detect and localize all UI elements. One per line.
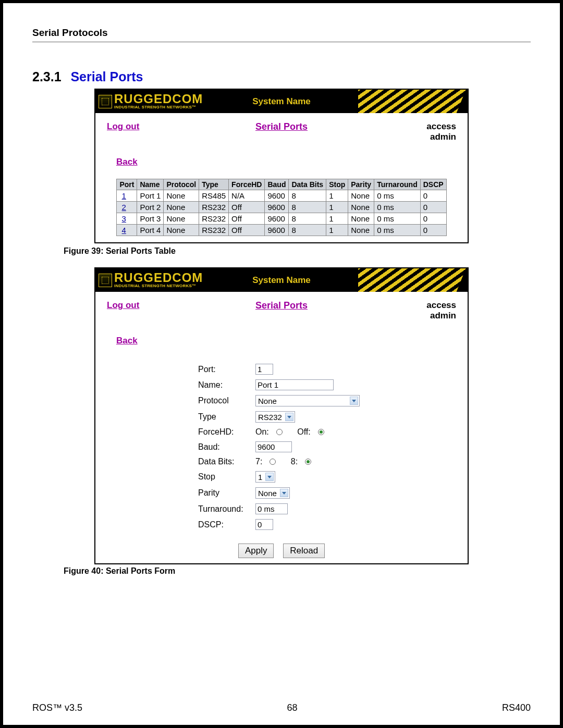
cell-data: 8	[289, 225, 326, 236]
type-value: RS232	[258, 413, 282, 422]
back-link[interactable]: Back	[116, 157, 138, 167]
logo-icon	[99, 274, 112, 287]
cell-name: Port 2	[137, 202, 164, 213]
cell-parity: None	[348, 213, 374, 225]
cell-parity: None	[348, 202, 374, 213]
parity-select[interactable]: None	[255, 487, 290, 499]
logout-link[interactable]: Log out	[107, 300, 139, 311]
cell-stop: 1	[326, 225, 348, 236]
databits-7-radio[interactable]	[270, 459, 276, 465]
cell-stop: 1	[326, 190, 348, 202]
cell-baud: 9600	[265, 202, 289, 213]
port-link[interactable]: 4	[122, 226, 126, 235]
port-link[interactable]: 2	[122, 203, 126, 212]
apply-button[interactable]: Apply	[238, 544, 274, 558]
cell-data: 8	[289, 202, 326, 213]
forcehd-on-label: On:	[255, 427, 269, 437]
th-turnaround: Turnaround	[374, 179, 421, 190]
cell-name: Port 1	[137, 190, 164, 202]
page-title-link[interactable]: Serial Ports	[255, 300, 308, 311]
cell-type: RS232	[199, 202, 229, 213]
th-stop: Stop	[326, 179, 348, 190]
type-select[interactable]: RS232	[255, 411, 295, 423]
cell-data: 8	[289, 213, 326, 225]
th-name: Name	[137, 179, 164, 190]
th-forcehd: ForceHD	[229, 179, 265, 190]
access-role: admin	[430, 311, 456, 320]
cell-baud: 9600	[265, 225, 289, 236]
th-baud: Baud	[265, 179, 289, 190]
turnaround-label: Turnaround:	[198, 504, 255, 514]
chevron-down-icon	[265, 473, 274, 481]
back-link[interactable]: Back	[116, 336, 138, 346]
logout-link[interactable]: Log out	[107, 121, 139, 132]
divider	[32, 42, 531, 42]
cell-turn: 0 ms	[374, 213, 421, 225]
cell-forcehd: N/A	[229, 190, 265, 202]
th-port: Port	[117, 179, 137, 190]
cell-turn: 0 ms	[374, 225, 421, 236]
forcehd-off-radio[interactable]	[318, 429, 324, 435]
port-input[interactable]	[255, 364, 273, 375]
cell-forcehd: Off	[229, 225, 265, 236]
brand-name: RUGGEDCOM	[114, 92, 203, 106]
header-hatch	[358, 90, 468, 113]
serial-ports-table: Port Name Protocol Type ForceHD Baud Dat…	[116, 179, 446, 236]
access-label: access	[426, 300, 456, 310]
cell-turn: 0 ms	[374, 202, 421, 213]
cell-type: RS232	[199, 213, 229, 225]
port-label: Port:	[198, 365, 255, 374]
heading-title: Serial Ports	[70, 69, 143, 84]
stop-value: 1	[258, 473, 262, 482]
cell-dscp: 0	[420, 225, 446, 236]
forcehd-off-label: Off:	[297, 427, 311, 437]
databits-7-label: 7:	[255, 457, 262, 466]
baud-input[interactable]	[255, 441, 292, 452]
cell-stop: 1	[326, 202, 348, 213]
cell-dscp: 0	[420, 202, 446, 213]
forcehd-label: ForceHD:	[198, 427, 255, 437]
baud-label: Baud:	[198, 442, 255, 452]
stop-select[interactable]: 1	[255, 471, 275, 483]
access-label: access	[426, 121, 456, 131]
port-link[interactable]: 1	[122, 191, 126, 200]
cell-parity: None	[348, 225, 374, 236]
protocol-select[interactable]: None	[255, 395, 360, 406]
name-input[interactable]	[255, 379, 334, 390]
cell-forcehd: Off	[229, 213, 265, 225]
databits-label: Data Bits:	[198, 457, 255, 466]
panel-header: RUGGEDCOM INDUSTRIAL STRENGTH NETWORKS™ …	[95, 268, 468, 292]
th-data-bits: Data Bits	[289, 179, 326, 190]
brand-tagline: INDUSTRIAL STRENGTH NETWORKS™	[114, 283, 203, 288]
cell-dscp: 0	[420, 213, 446, 225]
th-protocol: Protocol	[164, 179, 199, 190]
footer-right: RS400	[502, 702, 531, 713]
header-hatch	[358, 268, 468, 292]
reload-button[interactable]: Reload	[283, 544, 325, 558]
page-title-link[interactable]: Serial Ports	[255, 121, 308, 132]
th-dscp: DSCP	[420, 179, 446, 190]
brand-name: RUGGEDCOM	[114, 270, 203, 285]
cell-stop: 1	[326, 213, 348, 225]
cell-dscp: 0	[420, 190, 446, 202]
turnaround-input[interactable]	[255, 503, 288, 514]
dscp-input[interactable]	[255, 519, 273, 530]
panel-header: RUGGEDCOM INDUSTRIAL STRENGTH NETWORKS™ …	[95, 90, 468, 113]
name-label: Name:	[198, 380, 255, 390]
databits-8-radio[interactable]	[305, 459, 311, 465]
cell-name: Port 3	[137, 213, 164, 225]
cell-type: RS485	[199, 190, 229, 202]
footer-left: ROS™ v3.5	[32, 702, 82, 713]
protocol-label: Protocol	[198, 396, 255, 405]
cell-port: 2	[117, 202, 137, 213]
parity-value: None	[258, 489, 277, 498]
figure-caption-1: Figure 39: Serial Ports Table	[64, 246, 531, 256]
stop-label: Stop	[198, 472, 255, 482]
cell-type: RS232	[199, 225, 229, 236]
cell-turn: 0 ms	[374, 190, 421, 202]
port-link[interactable]: 3	[122, 214, 126, 223]
th-parity: Parity	[348, 179, 374, 190]
footer-center: 68	[287, 702, 297, 713]
databits-8-label: 8:	[291, 457, 298, 466]
forcehd-on-radio[interactable]	[276, 429, 283, 435]
